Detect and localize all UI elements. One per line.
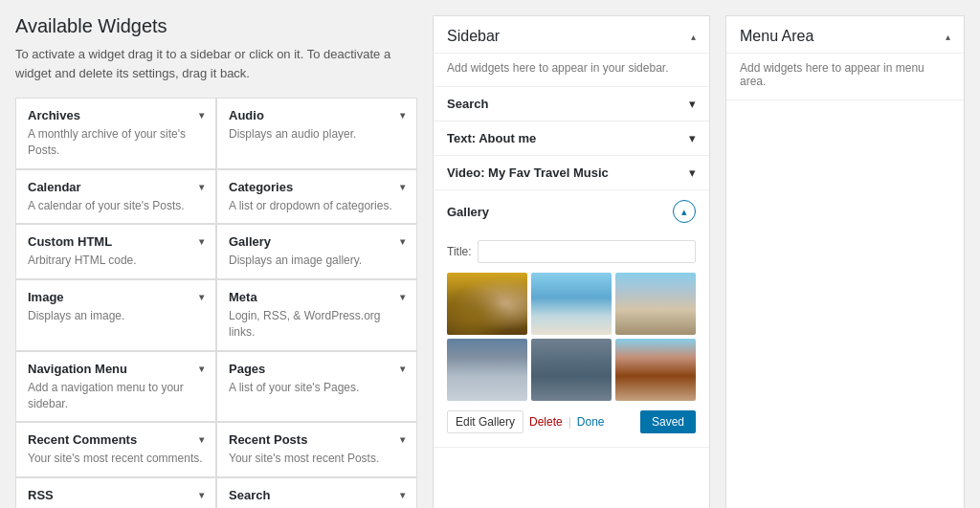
widget-audio-label: Audio	[229, 108, 264, 122]
chevron-down-icon: ▾	[689, 166, 696, 180]
gallery-actions: Edit Gallery Delete | Done Saved	[447, 410, 696, 433]
chevron-down-icon: ▾	[400, 490, 405, 500]
gallery-images-grid	[447, 273, 696, 401]
widget-categories-label: Categories	[229, 180, 293, 194]
available-widgets-description: To activate a widget drag it to a sideba…	[15, 45, 417, 82]
chevron-up-icon: ▴	[946, 32, 950, 42]
widget-archives-desc: A monthly archive of your site's Posts.	[28, 126, 204, 159]
widget-pages-label: Pages	[229, 362, 265, 376]
widgets-grid: Archives ▾ A monthly archive of your sit…	[15, 98, 417, 508]
widget-custom-html[interactable]: Custom HTML ▾ Arbitrary HTML code.	[15, 224, 216, 279]
sidebar-panel-title: Sidebar	[447, 28, 500, 45]
gallery-widget-header[interactable]: Gallery ▴	[434, 190, 709, 232]
widget-gallery-desc: Displays an image gallery.	[229, 253, 405, 269]
menu-area-panel: Menu Area ▴ Add widgets here to appear i…	[725, 15, 965, 508]
sidebar-widget-gallery: Gallery ▴ Title:	[434, 190, 709, 448]
gallery-title-label: Title:	[447, 245, 472, 258]
widget-recent-posts[interactable]: Recent Posts ▾ Your site's most recent P…	[216, 422, 417, 477]
widget-custom-html-label: Custom HTML	[28, 234, 112, 249]
widget-navigation-menu-label: Navigation Menu	[28, 362, 127, 376]
widget-image[interactable]: Image ▾ Displays an image.	[15, 279, 216, 351]
chevron-down-icon: ▾	[199, 364, 204, 374]
widget-image-desc: Displays an image.	[28, 308, 204, 324]
widget-search-label: Search	[229, 488, 270, 502]
gallery-collapse-button[interactable]: ▴	[673, 200, 696, 223]
widget-navigation-menu-desc: Add a navigation menu to your sidebar.	[28, 380, 204, 412]
menu-panel-title: Menu Area	[740, 28, 813, 45]
edit-gallery-button[interactable]: Edit Gallery	[447, 410, 523, 433]
sidebar-panel-subtitle: Add widgets here to appear in your sideb…	[434, 54, 709, 87]
link-separator: |	[568, 415, 571, 429]
chevron-down-icon: ▾	[400, 182, 405, 192]
gallery-widget-body: Title:	[434, 232, 709, 447]
sidebar-widget-text-about[interactable]: Text: About me ▾	[434, 121, 709, 156]
widget-calendar-label: Calendar	[28, 180, 81, 194]
sidebar-widget-text-about-label: Text: About me	[447, 131, 536, 145]
chevron-down-icon: ▾	[199, 292, 204, 302]
chevron-down-icon: ▾	[199, 490, 204, 500]
gallery-title-row: Title:	[447, 240, 696, 263]
widget-image-label: Image	[28, 290, 64, 304]
sidebar-widget-search[interactable]: Search ▾	[434, 87, 709, 121]
chevron-down-icon: ▾	[199, 182, 204, 192]
gallery-image-4	[447, 339, 527, 401]
done-gallery-link[interactable]: Done	[577, 415, 605, 429]
widget-rss-label: RSS	[28, 488, 54, 502]
widget-recent-posts-desc: Your site's most recent Posts.	[229, 451, 405, 467]
chevron-down-icon: ▾	[400, 434, 405, 445]
widget-meta-label: Meta	[229, 290, 257, 304]
chevron-down-icon: ▾	[689, 131, 696, 145]
widget-archives-label: Archives	[28, 108, 80, 122]
sidebar-widget-search-label: Search	[447, 97, 488, 111]
sidebar-widget-video[interactable]: Video: My Fav Travel Music ▾	[434, 156, 709, 190]
gallery-image-6	[615, 339, 696, 401]
gallery-image-5	[531, 339, 612, 401]
widget-calendar-desc: A calendar of your site's Posts.	[28, 198, 204, 214]
chevron-down-icon: ▾	[400, 236, 405, 247]
widget-calendar[interactable]: Calendar ▾ A calendar of your site's Pos…	[15, 169, 216, 225]
widget-audio-desc: Displays an audio player.	[229, 126, 405, 143]
gallery-widget-label: Gallery	[447, 205, 489, 219]
widget-gallery-label: Gallery	[229, 234, 271, 249]
widget-recent-comments-desc: Your site's most recent comments.	[28, 451, 204, 467]
widget-pages[interactable]: Pages ▾ A list of your site's Pages.	[216, 351, 417, 423]
chevron-down-icon: ▾	[400, 110, 405, 121]
widget-pages-desc: A list of your site's Pages.	[229, 380, 405, 396]
menu-panel-header: Menu Area ▴	[726, 16, 964, 54]
sidebar-widget-video-label: Video: My Fav Travel Music	[447, 166, 609, 180]
widget-categories[interactable]: Categories ▾ A list or dropdown of categ…	[216, 169, 417, 225]
chevron-down-icon: ▾	[199, 110, 204, 121]
gallery-image-2	[531, 273, 612, 335]
menu-panel-subtitle: Add widgets here to appear in menu area.	[726, 54, 964, 100]
available-widgets-panel: Available Widgets To activate a widget d…	[15, 15, 417, 508]
widget-recent-comments-label: Recent Comments	[28, 432, 137, 447]
chevron-down-icon: ▾	[689, 97, 696, 111]
widget-recent-comments[interactable]: Recent Comments ▾ Your site's most recen…	[15, 422, 216, 477]
delete-gallery-link[interactable]: Delete	[529, 415, 563, 429]
widget-gallery[interactable]: Gallery ▾ Displays an image gallery.	[216, 224, 417, 279]
widget-rss[interactable]: RSS ▾ Entries from any RSS or Atom feed.	[15, 477, 216, 508]
available-widgets-title: Available Widgets	[15, 15, 417, 37]
widget-custom-html-desc: Arbitrary HTML code.	[28, 253, 204, 269]
widget-archives[interactable]: Archives ▾ A monthly archive of your sit…	[15, 98, 216, 169]
widget-recent-posts-label: Recent Posts	[229, 432, 307, 447]
chevron-up-icon: ▴	[691, 32, 696, 42]
sidebar-panel: Sidebar ▴ Add widgets here to appear in …	[433, 15, 710, 508]
sidebar-panel-header: Sidebar ▴	[434, 16, 709, 54]
widget-navigation-menu[interactable]: Navigation Menu ▾ Add a navigation menu …	[15, 351, 216, 423]
gallery-title-input[interactable]	[478, 240, 696, 263]
gallery-image-3	[615, 273, 696, 335]
gallery-left-actions: Edit Gallery Delete | Done	[447, 410, 605, 433]
widget-search[interactable]: Search ▾ A search form for your site.	[216, 477, 417, 508]
widget-meta[interactable]: Meta ▾ Login, RSS, & WordPress.org links…	[216, 279, 417, 351]
saved-button[interactable]: Saved	[640, 410, 696, 433]
widget-meta-desc: Login, RSS, & WordPress.org links.	[229, 308, 405, 341]
chevron-down-icon: ▾	[400, 364, 405, 374]
widget-audio[interactable]: Audio ▾ Displays an audio player.	[216, 98, 417, 169]
chevron-down-icon: ▾	[199, 236, 204, 247]
widget-categories-desc: A list or dropdown of categories.	[229, 198, 405, 214]
gallery-image-1	[447, 273, 527, 335]
chevron-down-icon: ▾	[199, 434, 204, 445]
chevron-down-icon: ▾	[400, 292, 405, 302]
